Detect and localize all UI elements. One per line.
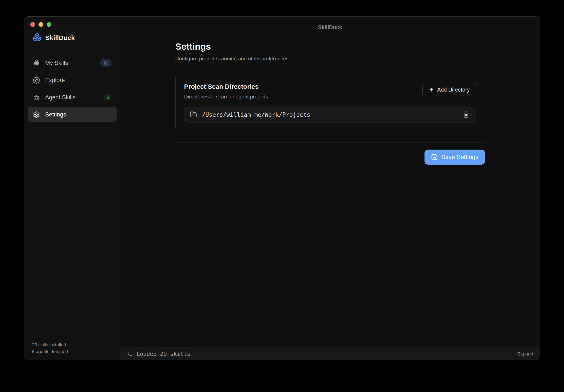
project-scan-directories-card: Project Scan Directories Directories to … <box>175 74 485 131</box>
save-icon <box>431 154 438 161</box>
zoom-window-button[interactable] <box>47 22 51 27</box>
terminal-icon <box>127 351 133 357</box>
page-title: Settings <box>175 42 485 52</box>
expand-log-button[interactable]: Expand <box>517 351 533 357</box>
agents-detected-status: 6 agents detected <box>32 348 113 355</box>
status-bar: Loaded 20 skills Expand <box>120 348 540 360</box>
sidebar-item-label: My Skills <box>45 60 68 66</box>
directory-path: /Users/william_me/Work/Projects <box>202 111 310 118</box>
card-title: Project Scan Directories <box>184 83 268 90</box>
sidebar-footer: 20 skills installed 6 agents detected <box>24 336 120 360</box>
sidebar-item-settings[interactable]: Settings <box>28 107 117 122</box>
window-controls <box>30 22 114 27</box>
boxes-icon <box>33 59 40 67</box>
window-title: SkillDuck <box>318 24 342 30</box>
sidebar-item-label: Agent Skills <box>45 94 75 101</box>
bot-icon <box>33 94 40 101</box>
sidebar-item-label: Settings <box>45 111 66 118</box>
section-divider <box>175 142 485 143</box>
main-area: SkillDuck Settings Configure project sca… <box>120 16 540 360</box>
sidebar-header: SkillDuck <box>24 16 120 49</box>
app-name: SkillDuck <box>45 34 75 42</box>
status-message: Loaded 20 skills <box>137 351 190 357</box>
sidebar: SkillDuck My Skills 20 Explore <box>24 16 120 360</box>
plus-icon <box>429 87 434 92</box>
boxes-logo-icon <box>32 33 42 43</box>
window-titlebar: SkillDuck <box>120 16 540 33</box>
add-directory-label: Add Directory <box>437 87 470 93</box>
card-subtitle: Directories to scan for agent projects <box>184 94 268 100</box>
gear-icon <box>33 111 40 118</box>
minimize-window-button[interactable] <box>39 22 43 27</box>
sidebar-item-my-skills[interactable]: My Skills 20 <box>28 56 117 70</box>
settings-page: Settings Configure project scanning and … <box>120 33 540 348</box>
close-window-button[interactable] <box>30 22 35 27</box>
remove-directory-button[interactable] <box>462 110 470 119</box>
sidebar-item-label: Explore <box>45 77 65 84</box>
sidebar-item-agent-skills[interactable]: Agent Skills 6 <box>28 90 117 105</box>
app-window: SkillDuck My Skills 20 Explore <box>24 16 540 360</box>
skills-count-badge: 20 <box>100 59 112 67</box>
save-settings-button[interactable]: Save Settings <box>424 150 485 165</box>
app-logo-row: SkillDuck <box>30 33 114 43</box>
skills-installed-status: 20 skills installed <box>32 341 113 348</box>
compass-icon <box>33 77 40 84</box>
trash-icon <box>463 111 469 118</box>
sidebar-item-explore[interactable]: Explore <box>28 73 117 88</box>
sidebar-nav: My Skills 20 Explore Agent Skills <box>24 49 120 128</box>
page-subtitle: Configure project scanning and other pre… <box>175 56 485 62</box>
agents-count-badge: 6 <box>104 94 112 101</box>
folder-open-icon <box>190 111 197 118</box>
add-directory-button[interactable]: Add Directory <box>422 83 476 96</box>
directory-row: /Users/william_me/Work/Projects <box>184 107 476 123</box>
save-settings-label: Save Settings <box>441 154 479 161</box>
